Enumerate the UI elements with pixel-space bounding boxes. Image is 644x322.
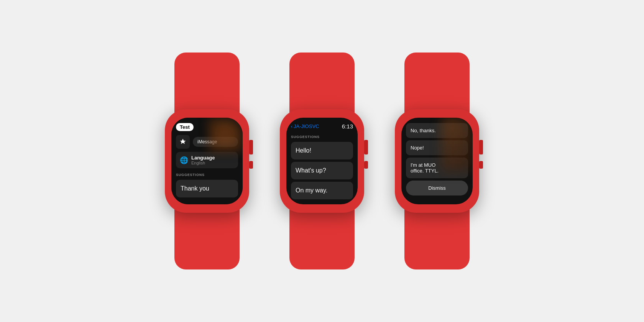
suggestion-thank-you[interactable]: Thank you [176, 180, 238, 197]
bubble-label: Test [176, 123, 194, 131]
watch-screen-3: No, thanks. Nope! I'm at MUO office. TTY… [401, 118, 473, 204]
suggestions-header-2: SUGGESTIONS [291, 135, 353, 139]
dismiss-button[interactable]: Dismiss [406, 181, 468, 196]
language-text: Language English [191, 155, 215, 165]
screen-compose: Test iMessage 🌐 Language English [171, 118, 243, 204]
language-row[interactable]: 🌐 Language English [176, 152, 238, 168]
back-button[interactable]: ‹ JA-JIOSVC [291, 123, 319, 129]
watch-screen-1: Test iMessage 🌐 Language English [171, 118, 243, 204]
language-label: Language [191, 155, 215, 161]
language-sublabel: English [191, 161, 215, 165]
screen-suggestions: ‹ JA-JIOSVC 6:13 SUGGESTIONS Hello! What… [286, 118, 358, 204]
app-store-icon [176, 135, 190, 149]
back-chevron-icon: ‹ [291, 124, 292, 129]
back-label: JA-JIOSVC [294, 123, 319, 129]
suggestion-onmyway[interactable]: On my way. [291, 182, 353, 199]
screen-replies: No, thanks. Nope! I'm at MUO office. TTY… [401, 118, 473, 204]
watch-body-1: Test iMessage 🌐 Language English [165, 109, 249, 213]
watch-1: Test iMessage 🌐 Language English [165, 109, 249, 213]
watch-2: ‹ JA-JIOSVC 6:13 SUGGESTIONS Hello! What… [280, 109, 364, 213]
watch-body-3: No, thanks. Nope! I'm at MUO office. TTY… [395, 109, 479, 213]
watch-button-1 [249, 161, 253, 169]
watch-button-2 [364, 161, 368, 169]
suggestions-header-1: SUGGESTIONS [176, 173, 238, 177]
watch-screen-2: ‹ JA-JIOSVC 6:13 SUGGESTIONS Hello! What… [286, 118, 358, 204]
watch-crown-2 [364, 140, 368, 154]
nav-row: ‹ JA-JIOSVC 6:13 [291, 123, 353, 130]
watch-crown-3 [479, 140, 483, 154]
watch-3: No, thanks. Nope! I'm at MUO office. TTY… [395, 109, 479, 213]
suggestion-whatsup[interactable]: What's up? [291, 162, 353, 179]
watch-button-3 [479, 161, 483, 169]
watch-body-2: ‹ JA-JIOSVC 6:13 SUGGESTIONS Hello! What… [280, 109, 364, 213]
time-display: 6:13 [342, 123, 353, 130]
watch-crown-1 [249, 140, 253, 154]
avatar-blur [208, 118, 243, 152]
suggestion-hello[interactable]: Hello! [291, 142, 353, 159]
avatar-blur-3 [442, 118, 473, 171]
globe-icon: 🌐 [180, 156, 188, 164]
